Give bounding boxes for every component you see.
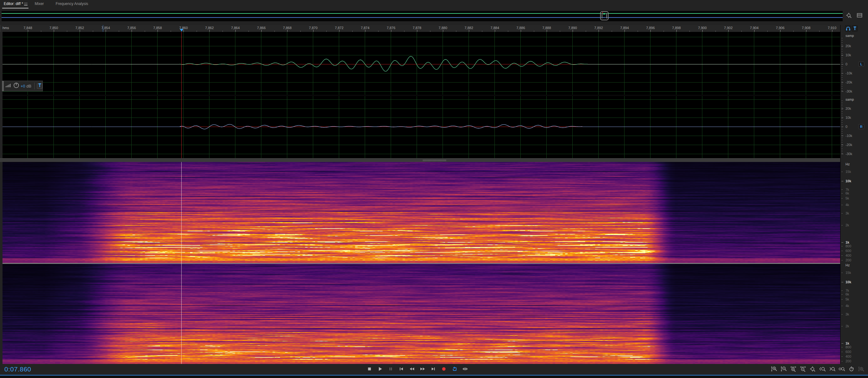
playhead-line-waveform[interactable] <box>181 32 182 158</box>
amplitude-scale-tick <box>841 145 843 145</box>
zoom-in-amplitude-button[interactable] <box>771 366 777 372</box>
overview-zoom-handle[interactable] <box>600 11 609 20</box>
frequency-scale-label: 15k <box>845 271 851 274</box>
handle-grip-right[interactable] <box>607 13 607 19</box>
playhead-time-display[interactable]: 0:07.860 <box>4 366 31 373</box>
ruler-tick-major <box>469 30 469 32</box>
skip-to-start-button[interactable] <box>398 366 404 372</box>
ruler-tick-major <box>832 30 832 32</box>
ruler-tick-label: 7,856 <box>127 26 136 30</box>
overview-waveform-right-line <box>2 17 843 18</box>
amplitude-scale-tick <box>841 55 843 55</box>
splitter-grip[interactable] <box>423 159 446 161</box>
rewind-button[interactable] <box>409 366 415 372</box>
ruler-tick-major <box>650 30 651 32</box>
play-button[interactable] <box>377 366 383 372</box>
amplitude-scale-label: -30k <box>845 152 852 156</box>
tab-frequency-analysis[interactable]: Frequency Analysis <box>56 2 88 6</box>
zoom-out-time-button[interactable] <box>800 366 806 372</box>
zoom-to-selection-button[interactable] <box>839 366 845 372</box>
panel-list-icon[interactable] <box>857 12 863 19</box>
amplitude-scale-label: 10k <box>845 53 851 57</box>
frequency-scale-tick <box>841 326 843 326</box>
gain-value[interactable]: +0 <box>21 84 25 88</box>
ruler-tick-label: 7,874 <box>361 26 369 30</box>
frequency-scale-tick <box>841 242 843 243</box>
overview-navigation-bar[interactable] <box>2 11 843 21</box>
channel-badge-r[interactable]: R <box>858 124 864 129</box>
status-transport-bar: 0:07.860 <box>0 364 868 378</box>
stop-button[interactable] <box>366 366 373 372</box>
hud-pin-button[interactable] <box>37 83 42 89</box>
ruler-tick-label: 7,892 <box>594 26 603 30</box>
amplitude-scale-label: 20k <box>845 44 851 48</box>
frequency-scale-label: Hz <box>845 162 849 166</box>
transport-controls <box>366 366 468 372</box>
zoom-out-full-button[interactable] <box>810 366 816 372</box>
frequency-scale-label: 6k <box>845 191 849 195</box>
zoom-out-amplitude-button[interactable] <box>780 366 787 372</box>
headphones-button[interactable] <box>845 25 851 32</box>
gain-hud-overlay[interactable]: +0 dB <box>2 81 43 91</box>
timeline-ruler[interactable]: hms 7,8487,8507,8527,8547,8567,8587,8607… <box>0 25 841 32</box>
frequency-scale-tick <box>841 361 843 361</box>
pause-button[interactable] <box>388 366 394 372</box>
record-button[interactable] <box>441 366 447 372</box>
tab-mixer[interactable]: Mixer <box>35 2 44 6</box>
ruler-tick-major <box>702 30 703 32</box>
ruler-tick-major <box>676 30 677 32</box>
channel-badge-l[interactable]: L <box>858 62 864 66</box>
ruler-tick-major <box>287 30 287 32</box>
amplitude-scale-tick <box>841 154 843 154</box>
ruler-tick-label: 7,898 <box>672 26 681 30</box>
zoom-to-in-point-button[interactable] <box>819 366 826 372</box>
loop-playback-button[interactable] <box>451 366 458 372</box>
ruler-tick-label: 7,858 <box>153 26 162 30</box>
handle-grip-left[interactable] <box>602 13 602 19</box>
frequency-scale-tick <box>841 172 843 172</box>
skip-selection-button[interactable] <box>462 366 468 372</box>
frequency-scale-tick <box>841 282 843 282</box>
ruler-tick-label: 7,864 <box>231 26 240 30</box>
text-zoom-button[interactable] <box>858 366 864 372</box>
ruler-tick-major <box>391 30 391 32</box>
zoom-to-out-point-button[interactable] <box>829 366 835 372</box>
panel-menu-icon[interactable] <box>24 3 28 6</box>
playhead-line-spectrogram[interactable] <box>181 162 182 364</box>
ruler-tick-major <box>417 30 417 32</box>
ruler-tick-major <box>780 30 780 32</box>
spectrogram-left-channel[interactable] <box>2 162 840 263</box>
ruler-tick-label: 7,860 <box>179 26 188 30</box>
scale-column[interactable]: samp20k10k0-10k-20k-30kLsamp20k10k0-10k-… <box>840 25 868 364</box>
skip-to-end-button[interactable] <box>430 366 436 372</box>
tab-editor-diff[interactable]: Editor: diff * <box>4 2 23 6</box>
frequency-scale-tick <box>841 306 843 306</box>
amplitude-scale-tick <box>841 91 843 92</box>
audition-editor-window: Editor: diff *MixerFrequency Analysis hm… <box>0 0 868 378</box>
amplitude-scale-tick <box>841 46 843 46</box>
frequency-scale-tick <box>841 356 843 357</box>
fast-forward-button[interactable] <box>420 366 426 372</box>
amplitude-scale-tick <box>841 136 843 136</box>
gain-unit-label: dB <box>27 84 32 88</box>
zoom-in-time-button[interactable] <box>790 366 797 372</box>
meter-bars-icon <box>5 83 11 89</box>
frequency-scale-label: 4k <box>845 203 849 207</box>
ruler-tick-label: 7,854 <box>101 26 110 30</box>
reset-zoom-button[interactable] <box>848 366 855 372</box>
ruler-tick-major <box>572 30 573 32</box>
amplitude-scale-tick <box>841 118 843 118</box>
ruler-tick-major <box>495 30 495 32</box>
amplitude-scale-label: -20k <box>845 143 852 147</box>
overview-waveform-left-line <box>2 13 843 14</box>
waveform-spectrogram-splitter[interactable] <box>0 158 868 162</box>
hud-grip[interactable] <box>2 81 4 91</box>
spectrogram-right-channel[interactable] <box>2 264 840 364</box>
frequency-scale-label: 2k <box>845 223 849 227</box>
ruler-tick-label: 7,906 <box>776 26 784 30</box>
pin-marker-button[interactable] <box>852 25 858 32</box>
frequency-scale-tick <box>841 190 843 190</box>
gain-knob-icon[interactable] <box>13 82 20 90</box>
zoom-out-full-icon[interactable] <box>846 12 853 19</box>
ruler-tick-major <box>624 30 625 32</box>
